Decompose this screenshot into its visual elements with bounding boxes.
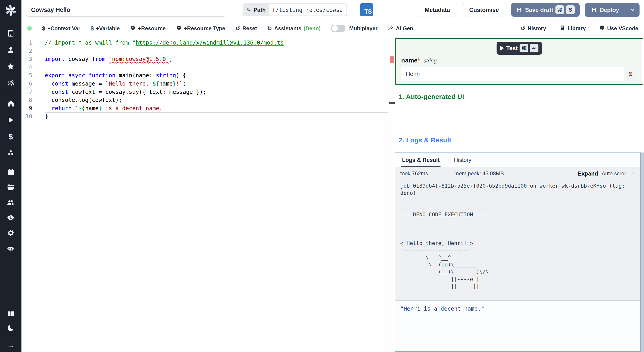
ai-gen-button[interactable]: AI Gen [388, 25, 413, 32]
dollar-icon: $ [42, 25, 45, 32]
line-number-gutter: 12345678910 [22, 39, 45, 121]
home-icon[interactable] [6, 99, 15, 108]
sidebar-group-collapse: → [6, 341, 15, 350]
library-icon [560, 25, 565, 32]
section-logs-result: 2. Logs & Result [399, 136, 451, 144]
memory-stat: mem peak: 45.08MB [454, 170, 504, 177]
code-line[interactable]: import cowsay from "npm:cowsay@1.5.0"; [45, 55, 388, 63]
overview-ruler [388, 37, 388, 352]
scrollbar[interactable] [641, 152, 644, 352]
code-line[interactable]: const message = `Hello there, ${name}!`; [45, 80, 388, 88]
autoscroll-label[interactable]: Auto scroll [602, 170, 626, 177]
save-icon [516, 7, 522, 13]
expand-button[interactable]: Expand [578, 170, 598, 177]
add-variable-button[interactable]: $ +Variable [90, 25, 120, 32]
folder-icon[interactable] [6, 183, 15, 192]
star-icon[interactable] [6, 62, 15, 71]
pencil-icon: ✎ [246, 7, 251, 14]
user-group-gear-icon[interactable] [6, 198, 15, 207]
arrow-right-icon[interactable]: → [6, 341, 15, 350]
multiplayer-toggle[interactable] [331, 25, 345, 32]
code-line[interactable]: } [45, 112, 388, 121]
metadata-button[interactable]: Metadata [418, 3, 457, 17]
arg-name-input[interactable] [402, 67, 624, 81]
line-number: 7 [22, 88, 32, 96]
dollar-icon[interactable]: $ [6, 132, 15, 141]
library-button[interactable]: Library [560, 25, 586, 32]
path-input[interactable] [269, 4, 346, 16]
refresh-icon: ↻ [267, 25, 272, 32]
line-number: 5 [22, 71, 32, 80]
add-resource-button[interactable]: +Resource [130, 25, 166, 32]
editor-toolbar: $ +Context Var $ +Variable +Resource +Re… [22, 20, 644, 37]
variable-picker-button[interactable]: $ [624, 67, 637, 81]
building-icon[interactable] [6, 29, 15, 38]
cube-icon [130, 25, 136, 32]
assistants-button[interactable]: ↻ Assistants (Deno) [267, 25, 320, 32]
code-line[interactable] [45, 63, 388, 72]
eye-icon[interactable] [6, 213, 15, 222]
line-number: 8 [22, 96, 32, 104]
add-context-var-button[interactable]: $ +Context Var [42, 25, 80, 32]
play-icon[interactable] [6, 116, 15, 124]
error-marker [390, 56, 394, 63]
code-line[interactable]: const cowText = cowsay.say({ text: messa… [45, 88, 388, 96]
code-line[interactable]: // import * as wmill from "https://deno.… [45, 39, 388, 47]
assistants-lang: (Deno) [304, 25, 321, 32]
use-vscode-button[interactable]: Use VScode [599, 25, 638, 32]
sidebar: $ → [0, 0, 22, 352]
moon-icon[interactable] [6, 323, 15, 332]
chevron-down-icon [630, 7, 635, 13]
cubes-icon[interactable] [6, 149, 15, 158]
line-number: 6 [22, 80, 32, 88]
duration-stat: took 762ms [400, 170, 428, 177]
save-icon [591, 7, 597, 13]
code-line[interactable]: console.log(cowText); [45, 96, 388, 104]
gear-icon[interactable] [6, 228, 15, 237]
code-editor[interactable]: 12345678910 // import * as wmill from "h… [22, 37, 395, 352]
history-icon: ↺ [520, 25, 525, 32]
windmill-logo[interactable] [4, 3, 18, 18]
result-output: "Henri is a decent name." [395, 300, 640, 351]
enter-kbd: ↵ [530, 44, 538, 52]
code-line[interactable] [45, 47, 388, 55]
typescript-badge: TS [360, 3, 373, 16]
reset-icon: ↺ [236, 25, 240, 32]
deploy-button-group: Deploy [585, 3, 640, 17]
run-stats-bar: took 762ms mem peak: 45.08MB Expand Auto… [395, 167, 640, 180]
deploy-button[interactable]: Deploy [585, 3, 625, 17]
add-resource-type-button[interactable]: +Resource Type [176, 25, 225, 32]
sidebar-divider [0, 21, 22, 21]
book-icon[interactable] [6, 309, 15, 318]
tab-logs-result[interactable]: Logs & Result [401, 153, 440, 167]
users-icon[interactable] [6, 79, 15, 88]
history-button[interactable]: ↺ History [520, 25, 546, 32]
robot-icon[interactable] [6, 244, 15, 253]
check-icon[interactable]: ✓ [630, 170, 635, 177]
customise-button[interactable]: Customise [462, 3, 506, 17]
line-number: 9 [22, 104, 32, 113]
sidebar-group-footer [6, 309, 15, 332]
person-icon[interactable] [6, 46, 15, 54]
required-mark: * [418, 57, 420, 64]
path-button[interactable]: ✎ Path [243, 3, 347, 16]
test-button[interactable]: Test ⌘ ↵ [497, 42, 542, 55]
path-label: Path [254, 7, 266, 13]
args-form: Test ⌘ ↵ name* string $ [395, 38, 643, 85]
cmd-kbd: ⌘ [520, 44, 528, 52]
sidebar-group-workspace [6, 29, 15, 88]
line-number: 2 [22, 47, 32, 55]
multiplayer-label: Multiplayer [349, 25, 378, 32]
calendar-icon[interactable] [6, 167, 15, 177]
topbar: ✎ Path TS Metadata Customise Save draft … [22, 0, 644, 20]
s-kbd: S [566, 5, 575, 14]
save-draft-button[interactable]: Save draft ⌘ S [511, 3, 580, 17]
reset-button[interactable]: ↺ Reset [236, 25, 257, 32]
line-number: 10 [22, 112, 32, 121]
deploy-dropdown-button[interactable] [625, 3, 640, 17]
code-line[interactable]: export async function main(name: string)… [45, 71, 388, 80]
script-title-input[interactable] [26, 3, 226, 17]
line-number: 4 [22, 63, 32, 72]
line-number: 1 [22, 39, 32, 47]
tab-history[interactable]: History [453, 153, 472, 167]
